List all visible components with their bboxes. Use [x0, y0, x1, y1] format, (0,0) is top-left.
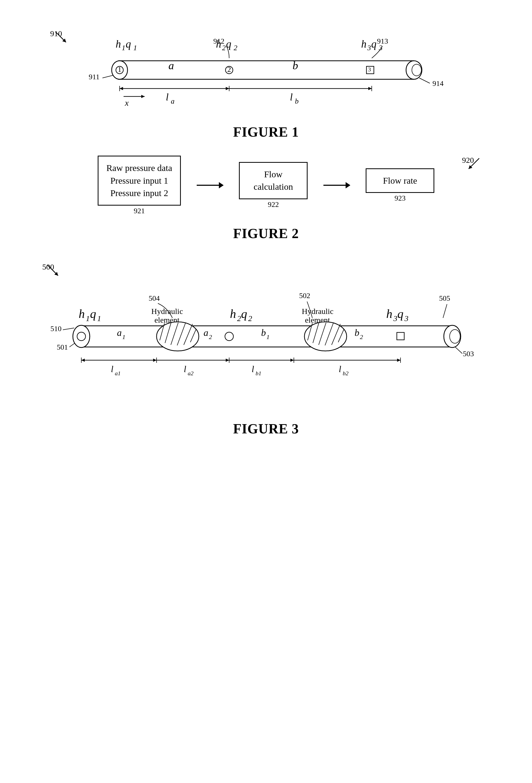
svg-text:3: 3 — [404, 314, 408, 323]
svg-text:3: 3 — [393, 314, 397, 323]
svg-text:b1: b1 — [256, 370, 261, 377]
svg-marker-117 — [226, 358, 229, 362]
svg-text:2: 2 — [209, 334, 212, 340]
page: 910 911 914 912 913 — [0, 0, 532, 783]
svg-marker-122 — [291, 358, 294, 362]
svg-text:l: l — [252, 364, 254, 374]
svg-text:a: a — [117, 327, 122, 338]
svg-marker-35 — [226, 87, 229, 90]
svg-text:a: a — [171, 97, 174, 105]
svg-text:b2: b2 — [343, 370, 348, 377]
svg-text:3: 3 — [368, 66, 371, 73]
svg-text:x: x — [125, 98, 129, 107]
svg-marker-46 — [141, 95, 145, 98]
svg-text:h: h — [216, 38, 221, 50]
svg-marker-111 — [153, 358, 157, 362]
svg-line-3 — [102, 75, 113, 78]
arrow-910 — [53, 29, 69, 45]
box1-line3: Pressure input 2 — [106, 187, 172, 199]
svg-text:2: 2 — [248, 314, 252, 323]
svg-text:l: l — [184, 364, 186, 374]
svg-text:1: 1 — [118, 65, 122, 73]
figure2-section: 920 Raw pressure data Pressure input 1 P… — [26, 156, 506, 241]
arrow-920 — [466, 156, 482, 171]
svg-text:q: q — [241, 307, 247, 320]
figure3-title: FIGURE 3 — [26, 421, 506, 437]
svg-text:h: h — [361, 38, 366, 50]
svg-text:2: 2 — [222, 43, 226, 52]
svg-text:503: 503 — [463, 350, 474, 358]
svg-text:502: 502 — [299, 291, 310, 300]
svg-text:q: q — [371, 38, 376, 50]
svg-text:b: b — [295, 97, 299, 105]
svg-text:a: a — [168, 59, 174, 72]
box1-line2: Pressure input 1 — [106, 175, 172, 187]
svg-marker-41 — [368, 87, 372, 90]
box2-line1: Flow — [248, 168, 299, 181]
svg-line-5 — [419, 78, 430, 83]
svg-text:1: 1 — [122, 43, 125, 52]
box1-line1: Raw pressure data — [106, 162, 172, 175]
figure1-diagram: 911 914 912 913 h 1 q 1 h 2 q 2 h 3 q — [55, 26, 477, 119]
svg-text:b: b — [355, 327, 359, 338]
svg-text:2: 2 — [237, 314, 241, 323]
svg-text:1: 1 — [122, 334, 125, 340]
svg-point-80 — [77, 332, 86, 341]
svg-text:h: h — [79, 307, 85, 320]
svg-text:2: 2 — [227, 65, 231, 73]
box2-wrapper: Flow calculation 922 — [239, 162, 307, 209]
svg-point-81 — [225, 332, 233, 341]
svg-text:911: 911 — [89, 73, 100, 81]
svg-text:2: 2 — [360, 334, 363, 340]
svg-text:h: h — [230, 307, 236, 320]
figure1-title: FIGURE 1 — [26, 124, 506, 140]
box3-wrapper: Flow rate 923 — [366, 168, 434, 203]
box3-line1: Flow rate — [374, 175, 426, 187]
figure3-section: 500 510 501 503 504 502 505 — [26, 262, 506, 437]
svg-text:a: a — [204, 327, 208, 338]
svg-text:1: 1 — [266, 334, 270, 340]
ref-922: 922 — [268, 200, 279, 209]
figure2-title: FIGURE 2 — [26, 226, 506, 241]
arrow2 — [324, 185, 350, 186]
svg-text:914: 914 — [432, 79, 443, 88]
svg-text:l: l — [111, 364, 113, 374]
figure2-diagram: Raw pressure data Pressure input 1 Press… — [26, 156, 506, 215]
arrow1 — [197, 185, 223, 186]
svg-text:2: 2 — [234, 43, 237, 52]
svg-point-30 — [412, 64, 421, 76]
svg-text:a1: a1 — [115, 370, 121, 377]
svg-text:l: l — [166, 91, 169, 102]
svg-text:Hydraulic: Hydraulic — [302, 307, 333, 316]
svg-point-84 — [450, 330, 460, 343]
flow-calc-box: Flow calculation — [239, 162, 307, 199]
box2-line2: calculation — [248, 181, 299, 193]
svg-text:1: 1 — [133, 43, 137, 52]
svg-text:a2: a2 — [188, 370, 194, 377]
svg-text:l: l — [339, 364, 341, 374]
svg-text:3: 3 — [378, 43, 383, 52]
svg-text:q: q — [126, 38, 131, 50]
svg-text:b: b — [261, 327, 266, 338]
ref-921: 921 — [134, 207, 145, 215]
svg-text:504: 504 — [148, 294, 160, 302]
svg-text:1: 1 — [86, 314, 90, 323]
svg-marker-110 — [81, 358, 85, 362]
svg-marker-34 — [120, 87, 123, 90]
svg-text:h: h — [115, 38, 121, 50]
ref-923: 923 — [394, 194, 405, 202]
svg-text:q: q — [397, 307, 403, 320]
svg-text:q: q — [90, 307, 96, 320]
svg-marker-127 — [397, 358, 401, 362]
svg-text:501: 501 — [57, 343, 68, 351]
figure1-section: 910 911 914 912 913 — [26, 26, 506, 140]
svg-text:b: b — [293, 59, 298, 72]
svg-text:q: q — [226, 38, 231, 50]
svg-line-53 — [63, 328, 74, 330]
svg-text:505: 505 — [439, 294, 450, 302]
svg-text:3: 3 — [367, 43, 371, 52]
svg-text:l: l — [290, 91, 293, 102]
svg-text:1: 1 — [97, 314, 101, 323]
flow-rate-box: Flow rate — [366, 168, 434, 193]
arrow-500 — [45, 262, 61, 278]
